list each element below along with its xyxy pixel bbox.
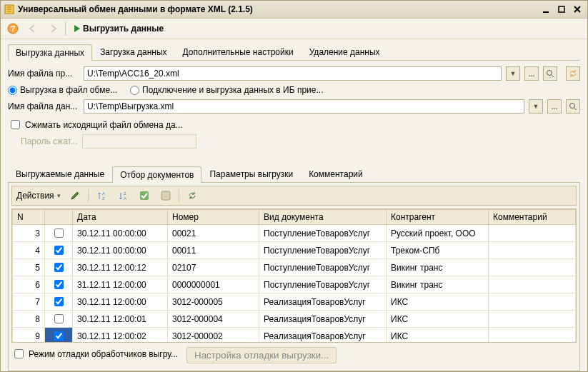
debug-mode-option[interactable]: Режим отладки обработчиков выгру... xyxy=(11,347,178,361)
svg-line-10 xyxy=(574,108,577,110)
app-icon xyxy=(4,4,15,15)
help-button[interactable]: ? xyxy=(5,21,21,36)
cell-number: 3012-000004 xyxy=(168,311,259,328)
table-row[interactable]: 930.12.11 12:00:023012-000002РеализацияТ… xyxy=(13,328,576,343)
export-button[interactable]: Выгрузить данные xyxy=(70,22,168,35)
titlebar: Универсальный обмен данными в формате XM… xyxy=(1,1,587,19)
cell-n: 5 xyxy=(13,259,45,276)
svg-text:A: A xyxy=(124,196,126,201)
grid-toolbar: Действия ▾ AZ ZA xyxy=(11,186,577,206)
grid-footer: Режим отладки обработчиков выгру... Наст… xyxy=(11,343,577,368)
cell-check[interactable] xyxy=(45,311,73,328)
close-button[interactable] xyxy=(570,4,584,15)
rules-file-label: Имя файла пр... xyxy=(8,69,79,79)
row-checkbox[interactable] xyxy=(54,263,64,272)
tab-export[interactable]: Выгрузка данных xyxy=(8,44,92,61)
tab-document-filter[interactable]: Отбор документов xyxy=(112,166,201,183)
tab-export-params[interactable]: Параметры выгрузки xyxy=(201,166,301,182)
table-row[interactable]: 530.12.11 12:00:1202107ПоступлениеТоваро… xyxy=(13,259,576,276)
cell-check[interactable] xyxy=(45,276,73,293)
tab-import[interactable]: Загрузка данных xyxy=(92,44,174,60)
rules-file-dropdown-button[interactable]: ▼ xyxy=(506,66,520,81)
app-window: Универсальный обмен данными в формате XM… xyxy=(0,0,588,372)
table-row[interactable]: 830.12.11 12:00:013012-000004РеализацияТ… xyxy=(13,311,576,328)
tab-comment[interactable]: Комментарий xyxy=(301,166,371,182)
row-checkbox[interactable] xyxy=(54,314,64,323)
cell-check[interactable] xyxy=(45,293,73,311)
rules-file-more-button[interactable]: ... xyxy=(524,66,539,81)
cell-check[interactable] xyxy=(45,242,73,259)
check-all-button[interactable] xyxy=(136,188,153,203)
cell-check[interactable] xyxy=(45,225,73,242)
cell-check[interactable] xyxy=(45,259,73,276)
uncheck-all-button[interactable] xyxy=(157,188,174,203)
row-checkbox[interactable] xyxy=(54,246,64,255)
rules-file-refresh-button[interactable] xyxy=(566,66,580,81)
data-file-more-button[interactable]: ... xyxy=(547,99,562,114)
cell-comment xyxy=(489,293,576,311)
col-check[interactable] xyxy=(45,210,73,225)
col-contractor[interactable]: Контрагент xyxy=(387,210,489,225)
data-file-search-button[interactable] xyxy=(566,99,580,114)
cell-contractor: ИКС xyxy=(387,311,489,328)
tab-exported-data[interactable]: Выгружаемые данные xyxy=(8,166,112,182)
cell-comment xyxy=(489,311,576,328)
col-n[interactable]: N xyxy=(13,210,45,225)
refresh-button[interactable] xyxy=(184,188,201,203)
table-row[interactable]: 730.12.11 12:00:003012-000005РеализацияТ… xyxy=(13,293,576,311)
radio-export-file[interactable]: Выгрузка в файл обме... xyxy=(8,85,117,95)
rules-file-row: Имя файла пр... ▼ ... xyxy=(8,66,580,81)
data-file-dropdown-button[interactable]: ▼ xyxy=(529,99,543,114)
svg-text:?: ? xyxy=(11,24,16,33)
row-checkbox[interactable] xyxy=(54,331,64,341)
actions-dropdown[interactable]: Действия ▾ xyxy=(15,188,62,203)
rules-file-search-button[interactable] xyxy=(543,66,557,81)
tab-delete[interactable]: Удаление данных xyxy=(302,44,388,60)
col-type[interactable]: Вид документа xyxy=(259,210,387,225)
grid-toolbar-sep2 xyxy=(179,189,179,202)
row-checkbox[interactable] xyxy=(54,297,64,306)
table-row[interactable]: 430.12.11 00:00:0000011ПоступлениеТоваро… xyxy=(13,242,576,259)
debug-config-button: Настройка отладки выгрузки... xyxy=(186,347,337,363)
table-row[interactable]: 330.12.11 00:00:0000021ПоступлениеТоваро… xyxy=(13,225,576,242)
cell-comment xyxy=(489,242,576,259)
cell-type: РеализацияТоваровУслуг xyxy=(259,328,387,343)
toolbar-separator xyxy=(65,21,66,36)
window-title: Универсальный обмен данными в формате XM… xyxy=(18,4,539,14)
table-row[interactable]: 631.12.11 12:00:000000000001ПоступлениеТ… xyxy=(13,276,576,293)
sort-asc-button[interactable]: AZ xyxy=(93,188,110,203)
maximize-button[interactable] xyxy=(554,4,569,15)
cell-check[interactable] xyxy=(45,328,73,343)
nav-back-button xyxy=(25,21,41,36)
col-date[interactable]: Дата xyxy=(73,210,168,225)
cell-contractor: Русский проект, ООО xyxy=(387,225,489,242)
rules-file-input[interactable] xyxy=(84,66,502,81)
chevron-down-icon: ▾ xyxy=(57,192,61,199)
col-number[interactable]: Номер xyxy=(168,210,259,225)
svg-rect-15 xyxy=(140,191,149,200)
col-comment[interactable]: Комментарий xyxy=(489,210,576,225)
data-file-input[interactable] xyxy=(84,99,524,114)
minimize-button[interactable] xyxy=(539,4,553,15)
cell-contractor: ИКС xyxy=(387,293,489,311)
compress-label: Сжимать исходящий файл обмена да... xyxy=(25,120,183,130)
edit-button[interactable] xyxy=(66,188,84,203)
cell-type: ПоступлениеТоваровУслуг xyxy=(259,259,387,276)
row-checkbox[interactable] xyxy=(54,280,64,289)
cell-date: 30.12.11 00:00:00 xyxy=(73,225,168,242)
radio-export-file-input[interactable] xyxy=(8,86,17,95)
cell-number: 02107 xyxy=(168,259,259,276)
cell-date: 30.12.11 12:00:12 xyxy=(73,259,168,276)
cell-n: 3 xyxy=(13,225,45,242)
compress-checkbox[interactable] xyxy=(11,120,20,129)
documents-grid[interactable]: N Дата Номер Вид документа Контрагент Ко… xyxy=(11,208,577,343)
radio-export-ib-input[interactable] xyxy=(130,86,139,95)
debug-mode-checkbox[interactable] xyxy=(14,349,24,358)
cell-type: РеализацияТоваровУслуг xyxy=(259,293,387,311)
row-checkbox[interactable] xyxy=(54,228,64,238)
tab-settings[interactable]: Дополнительные настройки xyxy=(175,44,302,60)
cell-contractor: Викинг транс xyxy=(387,259,489,276)
sort-desc-button[interactable]: ZA xyxy=(114,188,131,203)
radio-export-ib[interactable]: Подключение и выгрузка данных в ИБ прие.… xyxy=(130,85,323,95)
play-icon xyxy=(74,25,80,32)
